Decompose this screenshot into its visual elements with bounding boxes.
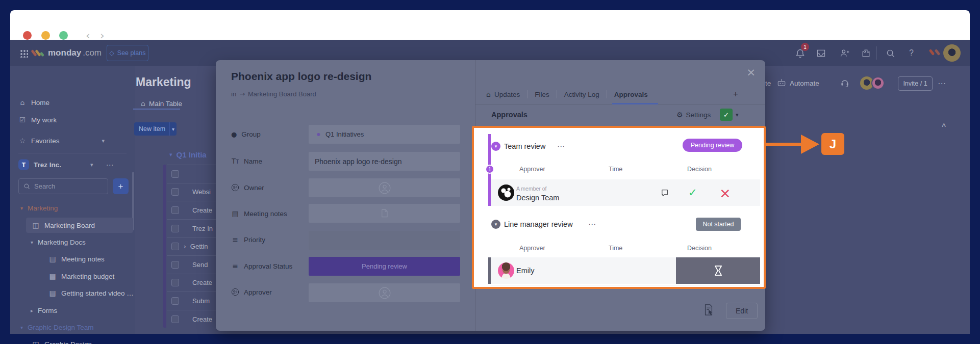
apps-grid-icon[interactable]	[19, 49, 28, 58]
row-checkbox[interactable]	[171, 188, 179, 196]
help-icon[interactable]: ?	[909, 48, 914, 58]
workspace-switcher[interactable]: T Trez Inc. ▾ ⋯	[18, 160, 114, 170]
close-icon[interactable]: ×	[746, 66, 756, 78]
field-label-text: Priority	[244, 236, 265, 244]
collapse-step-button[interactable]: ▾	[491, 220, 500, 229]
field-value-owner[interactable]	[309, 178, 460, 197]
sidebar-item-marketing-board[interactable]: ◫ Marketing Board	[32, 221, 95, 229]
inbox-tray-icon[interactable]	[816, 48, 826, 59]
chevron-down-icon[interactable]: ▾	[736, 112, 739, 118]
people-icon	[231, 288, 239, 296]
approver-name: Design Team	[516, 194, 559, 202]
breadcrumb-in: in	[231, 90, 236, 98]
group-value: Q1 Initiatives	[325, 130, 364, 138]
field-label-meeting-notes: ▤ Meeting notes	[231, 209, 287, 218]
apps-marketplace-icon[interactable]	[861, 48, 871, 58]
chevron-down-icon: ▾	[90, 162, 93, 168]
scroll-top-icon[interactable]: ^	[942, 122, 946, 130]
row-checkbox[interactable]	[171, 206, 179, 214]
field-value-approval-status[interactable]: Pending review	[309, 257, 460, 276]
column-header-time: Time	[609, 245, 622, 252]
sidebar-item-forms[interactable]: ▸ Forms	[31, 307, 57, 314]
add-tab-icon[interactable]: +	[733, 89, 738, 99]
row-checkbox[interactable]	[171, 225, 179, 232]
sidebar-item-marketing-docs[interactable]: ▾ Marketing Docs	[31, 239, 86, 246]
chevron-down-icon: ▾	[172, 126, 174, 132]
field-value-approver[interactable]	[309, 283, 460, 302]
sidebar-search-input[interactable]: Search	[18, 178, 108, 194]
board-icon: ◫	[32, 340, 40, 344]
integrate-label-fragment[interactable]: te	[765, 80, 771, 87]
sidebar-item-marketing-budget[interactable]: ▤ Marketing budget	[48, 272, 114, 280]
breadcrumb-board[interactable]: Marketing Board Board	[248, 90, 316, 98]
chevron-right-icon: ▸	[31, 308, 33, 313]
field-label-approver: Approver	[231, 288, 272, 296]
see-plans-button[interactable]: ◇ See plans	[107, 45, 148, 61]
modal-tabs: ⌂ Updates Files Activity Log Approvals	[486, 90, 648, 98]
sidebar-item-getting-started[interactable]: ▤ Getting started video …	[48, 289, 134, 297]
getting-started-label: Getting started video …	[61, 289, 134, 297]
breadcrumb[interactable]: in → Marketing Board Board	[231, 90, 316, 98]
automate-button[interactable]: Automate	[790, 80, 819, 87]
row-checkbox[interactable]	[171, 261, 179, 269]
row-checkbox[interactable]	[171, 315, 179, 323]
row-label: Gettin	[190, 243, 208, 250]
status-badge: Not started	[696, 218, 741, 231]
monday-logo[interactable]: monday .com	[33, 48, 102, 58]
tab-files[interactable]: Files	[535, 91, 549, 98]
tab-approvals[interactable]: Approvals	[614, 91, 648, 98]
monday-mark-icon	[931, 49, 939, 57]
collapse-step-button[interactable]: ▾	[491, 142, 500, 151]
maximize-window-icon[interactable]	[59, 31, 68, 40]
field-label-group: ● Group	[231, 130, 261, 138]
user-avatar[interactable]	[943, 44, 961, 62]
column-header-approver: Approver	[519, 245, 545, 252]
approve-icon[interactable]: ✓	[688, 187, 697, 199]
tab-separator	[527, 90, 527, 98]
support-headset-icon[interactable]	[840, 78, 850, 88]
field-value-name[interactable]: Phoenix app logo re-design	[309, 152, 460, 171]
search-icon[interactable]	[885, 48, 896, 59]
field-value-group[interactable]: ● Q1 Initiatives	[309, 125, 460, 144]
minimize-window-icon[interactable]	[41, 31, 50, 40]
approval-log-icon[interactable]	[703, 304, 714, 316]
close-window-icon[interactable]	[23, 31, 32, 40]
sidebar-item-favorites[interactable]: ☆ Favorites ▾	[18, 137, 105, 145]
reject-icon[interactable]: ×	[719, 185, 731, 201]
tab-activity-log[interactable]: Activity Log	[564, 91, 599, 98]
field-label-text: Group	[241, 130, 261, 138]
edit-button[interactable]: Edit	[726, 303, 758, 319]
step-menu-icon[interactable]: ⋯	[557, 142, 565, 151]
sidebar-item-home[interactable]: ⌂ Home	[18, 98, 49, 107]
approvals-settings-button[interactable]: ⚙ Settings	[676, 111, 711, 119]
group-header-q1-initiatives[interactable]: ▾ Q1 Initia	[169, 150, 207, 159]
invite-button[interactable]: Invite / 1	[898, 76, 933, 91]
workspace-section-marketing[interactable]: ▾ Marketing	[20, 204, 58, 212]
expand-subitems-icon[interactable]: ›	[184, 243, 186, 250]
workspace-section-graphic-design-team[interactable]: ▾ Graphic Design Team	[20, 324, 94, 331]
tab-updates[interactable]: Updates	[494, 91, 520, 98]
chevron-down-icon: ▾	[20, 325, 23, 330]
tab-main-table[interactable]: ⌂ Main Table	[141, 99, 182, 108]
new-item-button[interactable]: New item ▾	[134, 122, 177, 136]
board-menu-icon[interactable]: ⋯	[938, 78, 946, 88]
comment-bubble-icon[interactable]	[660, 188, 669, 197]
field-value-priority[interactable]	[309, 231, 460, 250]
sidebar-item-my-work[interactable]: ☑ My work	[18, 116, 57, 124]
field-label-text: Owner	[244, 184, 264, 192]
row-checkbox[interactable]	[171, 243, 179, 250]
workspace-menu-icon[interactable]: ⋯	[106, 160, 114, 169]
field-value-meeting-notes[interactable]	[309, 204, 460, 223]
member-avatar[interactable]	[871, 76, 885, 90]
row-label: Create	[192, 315, 212, 323]
row-checkbox[interactable]	[171, 297, 179, 305]
invite-members-icon[interactable]	[839, 48, 850, 59]
row-checkbox[interactable]	[171, 279, 179, 286]
approve-checkbox-button[interactable]: ✓	[720, 109, 733, 121]
row-checkbox[interactable]	[171, 170, 179, 178]
sidebar-item-meeting-notes[interactable]: ▤ Meeting notes	[48, 255, 105, 263]
step-menu-icon[interactable]: ⋯	[588, 220, 596, 229]
add-board-button[interactable]: +	[113, 178, 129, 194]
sidebar-item-graphic-design[interactable]: ◫ Graphic Design	[32, 340, 92, 344]
approver-row: A member of Design Team ✓ ×	[491, 179, 760, 206]
